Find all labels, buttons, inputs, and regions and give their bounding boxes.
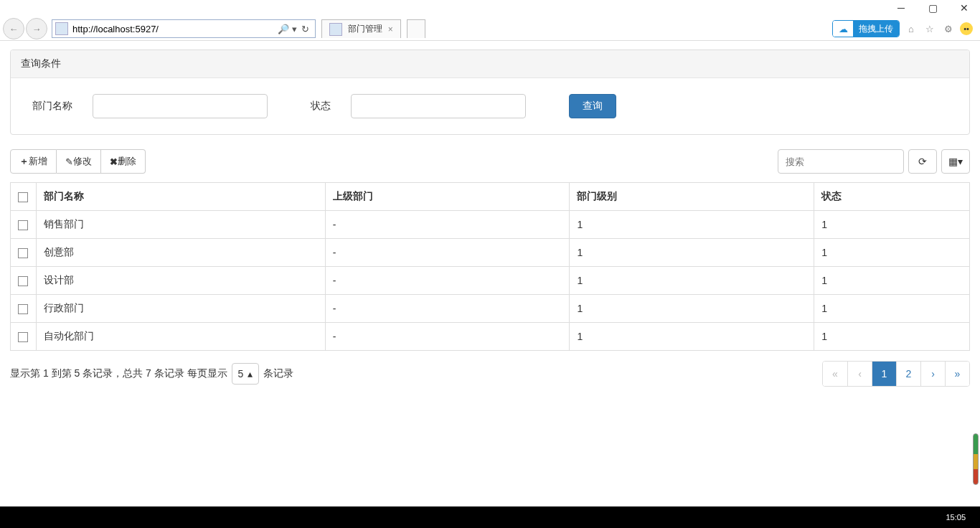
address-tools: 🔎 ▾ ↻ [272,24,315,34]
table-header-row: 部门名称 上级部门 部门级别 状态 [11,183,970,211]
delete-button[interactable]: ✖ 删除 [101,149,146,174]
row-checkbox[interactable] [11,295,37,323]
col-name[interactable]: 部门名称 [37,183,326,211]
col-status[interactable]: 状态 [814,183,970,211]
status-field: 状态 [311,94,526,118]
tab-title: 部门管理 [348,23,382,35]
cell-parent: - [325,323,570,351]
dept-name-input[interactable] [93,94,268,118]
select-all-col[interactable] [11,183,37,211]
cell-level: 1 [570,211,814,239]
baidu-upload-button[interactable]: ☁ 拖拽上传 [832,20,900,37]
checkbox-icon [18,332,28,342]
table-row[interactable]: 创意部-11 [11,239,970,267]
home-icon[interactable]: ⌂ [904,22,918,36]
cloud-icon: ☁ [833,20,853,37]
browser-tab[interactable]: 部门管理 × [321,19,401,38]
table-row[interactable]: 销售部门-11 [11,211,970,239]
search-button[interactable]: 查询 [569,94,616,118]
baidu-upload-label: 拖拽上传 [853,20,899,37]
delete-label: 删除 [118,155,136,168]
search-button-label: 查询 [583,100,603,113]
url-input[interactable] [71,21,272,37]
cell-parent: - [325,295,570,323]
cell-parent: - [325,267,570,295]
row-checkbox[interactable] [11,239,37,267]
row-checkbox[interactable] [11,211,37,239]
col-level[interactable]: 部门级别 [570,183,814,211]
add-button[interactable]: ＋ 新增 [10,149,57,174]
cell-parent: - [325,239,570,267]
checkbox-icon [18,220,28,230]
page-«[interactable]: « [823,362,847,386]
cell-level: 1 [570,267,814,295]
cell-status: 1 [814,211,970,239]
dept-table: 部门名称 上级部门 部门级别 状态 销售部门-11创意部-11设计部-11行政部… [10,182,970,351]
refresh-button[interactable]: ⟳ [908,149,937,174]
row-checkbox[interactable] [11,267,37,295]
x-icon: ✖ [110,156,118,167]
smiley-icon[interactable]: •• [960,22,973,35]
window-minimize[interactable]: ─ [885,0,917,16]
cell-status: 1 [814,295,970,323]
plus-icon: ＋ [19,155,29,168]
cell-level: 1 [570,295,814,323]
pencil-icon: ✎ [65,156,73,167]
pagination: «‹12›» [822,361,970,387]
edit-button[interactable]: ✎ 修改 [57,149,101,174]
window-controls: ─ ▢ ✕ [885,0,980,16]
refresh-icon: ⟳ [918,156,927,167]
cell-name: 销售部门 [37,211,326,239]
browser-chrome: ← → 🔎 ▾ ↻ 部门管理 × ☁ 拖拽上传 ⌂ ☆ ⚙ [0,0,980,41]
table-row[interactable]: 自动化部门-11 [11,323,970,351]
cell-name: 设计部 [37,267,326,295]
edit-label: 修改 [73,155,92,168]
col-parent[interactable]: 上级部门 [325,183,570,211]
table-footer: 显示第 1 到第 5 条记录，总共 7 条记录 每页显示 5 ▴ 条记录 «‹1… [10,361,970,387]
table-search-input[interactable] [778,149,904,174]
window-maximize[interactable]: ▢ [917,0,948,16]
table-row[interactable]: 行政部门-11 [11,295,970,323]
cell-status: 1 [814,267,970,295]
dept-name-field: 部门名称 [32,94,268,118]
caret-up-icon: ▴ [248,368,253,380]
chrome-right: ☁ 拖拽上传 ⌂ ☆ ⚙ •• [832,20,977,37]
checkbox-icon [18,304,28,314]
favorite-icon[interactable]: ☆ [923,22,937,36]
cell-name: 行政部门 [37,295,326,323]
footer-info-suffix: 条记录 [263,367,293,380]
cell-name: 创意部 [37,239,326,267]
dept-name-label: 部门名称 [32,100,72,113]
page-1[interactable]: 1 [872,362,896,386]
footer-info-prefix: 显示第 1 到第 5 条记录，总共 7 条记录 每页显示 [10,367,227,380]
nav-forward[interactable]: → [26,18,47,39]
arrow-right-icon: → [32,24,42,34]
cell-status: 1 [814,239,970,267]
tab-favicon [329,23,342,36]
cell-level: 1 [570,239,814,267]
gear-icon[interactable]: ⚙ [941,22,956,36]
arrow-left-icon: ← [9,24,19,34]
status-input[interactable] [351,94,526,118]
row-checkbox[interactable] [11,323,37,351]
search-dropdown-icon[interactable]: 🔎 ▾ [278,24,297,34]
window-close[interactable]: ✕ [948,0,980,16]
query-panel: 查询条件 部门名称 状态 查询 [10,50,970,135]
toolbar: ＋ 新增 ✎ 修改 ✖ 删除 ⟳ ▦▾ [10,149,970,174]
add-label: 新增 [29,155,47,168]
query-panel-title: 查询条件 [11,50,969,78]
cell-name: 自动化部门 [37,323,326,351]
table-row[interactable]: 设计部-11 [11,267,970,295]
page-›[interactable]: › [920,362,945,386]
nav-back[interactable]: ← [3,18,24,39]
page-2[interactable]: 2 [896,362,920,386]
tab-close[interactable]: × [385,24,396,34]
page-‹[interactable]: ‹ [847,362,872,386]
refresh-icon[interactable]: ↻ [301,24,309,34]
page-»[interactable]: » [945,362,969,386]
new-tab[interactable] [407,19,425,38]
address-bar[interactable]: 🔎 ▾ ↻ [52,19,316,38]
page-size-select[interactable]: 5 ▴ [232,363,260,385]
columns-button[interactable]: ▦▾ [941,149,970,174]
cell-status: 1 [814,323,970,351]
